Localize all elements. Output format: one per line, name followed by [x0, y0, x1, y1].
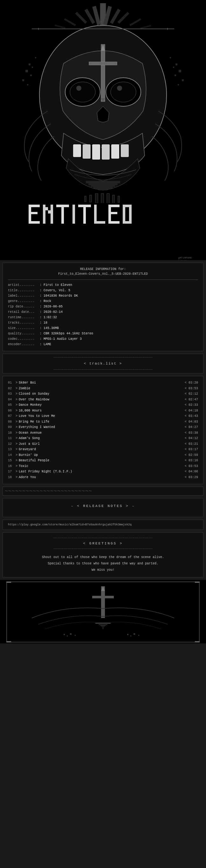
track-arrow: > — [16, 430, 18, 436]
info-value: : 18 — [40, 320, 47, 326]
track-number: 07 — [8, 413, 14, 419]
svg-point-16 — [70, 82, 95, 102]
release-info-section: RELEASE INFORMATION for: First_to_Eleven… — [3, 263, 203, 351]
svg-rect-20 — [73, 144, 81, 157]
bottom-art-svg — [0, 580, 206, 643]
header-line1: RELEASE INFORMATION for: — [8, 267, 198, 272]
info-label: codec......... — [8, 336, 40, 342]
track-title: Zombie — [19, 386, 30, 392]
track-title: Love You to Love Me — [19, 413, 55, 419]
svg-rect-67 — [29, 205, 40, 207]
track-duration: < 03:43 — [185, 413, 198, 419]
track-title: 10,000 Hours — [19, 408, 42, 414]
info-value: : 1:02:32 — [40, 315, 57, 320]
svg-rect-62 — [112, 195, 114, 204]
info-row: retail date...: 2020-02-14 — [8, 309, 198, 315]
svg-rect-45 — [175, 74, 176, 76]
greetings-line3: We miss you! — [8, 567, 198, 573]
track-arrow: > — [16, 436, 18, 441]
greetings-line1: Shout out to all of those who keep the d… — [8, 554, 198, 561]
track-arrow: > — [16, 413, 18, 419]
track-title: Ocean Avenue — [19, 430, 42, 436]
track-duration: < 03:38 — [185, 430, 198, 436]
store-url[interactable]: https://play.google.com/store/music/albu… — [8, 523, 132, 526]
svg-rect-30 — [119, 144, 120, 157]
track-row: 05>Dance Monkey< 02:33 — [8, 402, 198, 408]
info-row: runtime.......: 1:02:32 — [8, 315, 198, 320]
track-number: 12 — [8, 441, 14, 447]
track-number: 04 — [8, 397, 14, 403]
info-row: label.........: 1041836 Records DK — [8, 293, 198, 299]
info-row: rip date......: 2020-06-05 — [8, 304, 198, 309]
info-fields: artist........: First to Eleventitle....… — [8, 282, 198, 347]
svg-rect-87 — [123, 205, 132, 207]
track-number: 17 — [8, 469, 14, 475]
info-label: label......... — [8, 293, 40, 299]
track-duration: < 04:18 — [185, 408, 198, 414]
track-arrow: > — [16, 419, 18, 425]
track-number: 03 — [8, 391, 14, 397]
svg-rect-94 — [6, 582, 7, 642]
svg-rect-41 — [27, 84, 28, 85]
svg-rect-29 — [110, 144, 111, 159]
info-label: runtime....... — [8, 315, 40, 320]
svg-rect-42 — [176, 63, 177, 65]
svg-rect-31 — [101, 44, 105, 101]
info-value: : First to Eleven — [40, 282, 72, 288]
svg-rect-116 — [102, 627, 104, 628]
track-number: 10 — [8, 430, 14, 436]
track-title: Adam's Song — [19, 436, 40, 441]
svg-rect-32 — [89, 62, 117, 65]
info-row: title.........: Covers, Vol. 5 — [8, 288, 198, 293]
svg-rect-84 — [108, 212, 117, 214]
track-title: Over the Rainbow — [19, 397, 49, 403]
track-number: 14 — [8, 453, 14, 458]
svg-rect-109 — [130, 636, 131, 637]
separator-2: 〜〜〜〜〜〜〜〜〜〜〜〜〜〜〜〜〜〜〜〜〜〜〜〜〜 — [3, 487, 203, 496]
info-row: tracks........: 18 — [8, 320, 198, 326]
svg-rect-64 — [118, 196, 120, 203]
track-duration: < 03:53 — [185, 386, 198, 392]
track-title: Burnin' Up — [19, 453, 38, 458]
info-value: : Covers, Vol. 5 — [40, 288, 70, 293]
svg-rect-99 — [6, 641, 11, 643]
svg-rect-96 — [6, 642, 200, 643]
track-number: 06 — [8, 408, 14, 414]
info-value: : 1041836 Records DK — [40, 293, 78, 299]
svg-rect-105 — [67, 636, 68, 637]
info-label: encoder....... — [8, 342, 40, 347]
skull-art: gMTiMPURE ∧∧∧∧∧ — [0, 0, 206, 260]
svg-rect-50 — [88, 183, 118, 185]
svg-rect-60 — [107, 193, 109, 205]
track-duration: < 02:12 — [185, 391, 198, 397]
svg-text:gMTiMPURE: gMTiMPURE — [178, 256, 192, 259]
track-number: 02 — [8, 386, 14, 392]
svg-rect-110 — [133, 633, 135, 635]
track-row: 04>Over the Rainbow< 02:47 — [8, 397, 198, 403]
svg-rect-106 — [70, 633, 72, 635]
track-row: 10>Ocean Avenue< 03:38 — [8, 430, 198, 436]
separator-1: ────────────────────────────────────────… — [3, 354, 203, 373]
track-row: 12>Just a Girl< 03:21 — [8, 441, 198, 447]
svg-rect-115 — [101, 626, 105, 627]
svg-point-19 — [117, 86, 122, 91]
track-number: 13 — [8, 447, 14, 453]
svg-rect-27 — [91, 144, 92, 160]
track-number: 16 — [8, 464, 14, 469]
svg-rect-28 — [100, 144, 101, 160]
svg-rect-48 — [178, 84, 179, 85]
track-number: 11 — [8, 436, 14, 441]
track-duration: < 03:29 — [185, 475, 198, 480]
track-row: 06>10,000 Hours< 04:18 — [8, 408, 198, 414]
track-arrow: > — [16, 391, 18, 397]
bottom-art-section — [0, 580, 206, 643]
info-label: tracks........ — [8, 320, 40, 326]
track-row: 09>Everything I Wanted< 04:27 — [8, 425, 198, 430]
svg-rect-43 — [173, 67, 174, 68]
info-label: size.......... — [8, 326, 40, 331]
track-arrow: > — [16, 458, 18, 464]
info-row: quality.......: CBR 320kbps 44.1kHz Ster… — [8, 331, 198, 336]
release-info-header: RELEASE INFORMATION for: First_to_Eleven… — [8, 267, 198, 276]
svg-rect-77 — [73, 205, 75, 224]
svg-rect-72 — [46, 207, 48, 210]
